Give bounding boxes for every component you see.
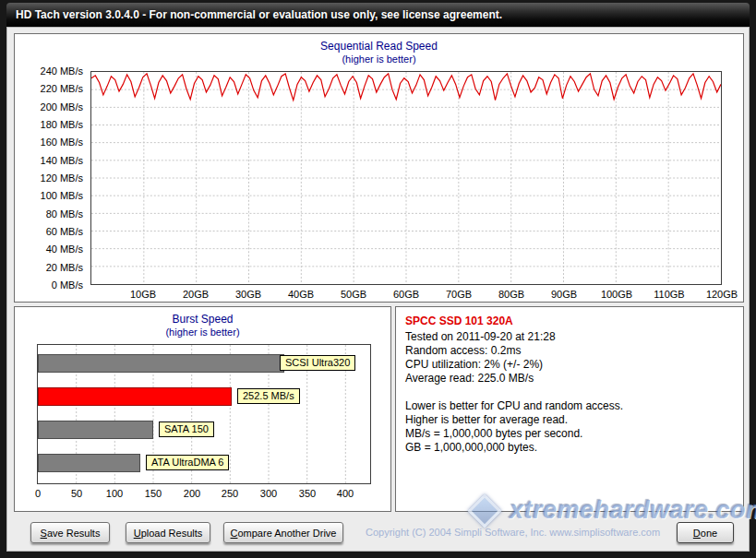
seq-x-axis-tick: 100GB bbox=[589, 289, 644, 300]
burst-bar bbox=[38, 454, 140, 472]
burst-bar bbox=[38, 421, 153, 439]
client-area: Sequential Read Speed (higher is better)… bbox=[6, 27, 750, 552]
sequential-read-panel: Sequential Read Speed (higher is better)… bbox=[14, 33, 744, 303]
burst-x-axis-tick: 100 bbox=[100, 488, 129, 499]
seq-y-axis-tick: 140 MB/s bbox=[15, 155, 83, 166]
sequential-chart-title: Sequential Read Speed bbox=[15, 40, 743, 53]
button-label: U bbox=[134, 528, 141, 539]
burst-bar-label: SCSI Ultra320 bbox=[280, 355, 355, 371]
info-line: CPU utilization: 2% (+/- 2%) bbox=[405, 358, 734, 372]
seq-x-axis-tick: 90GB bbox=[536, 289, 592, 300]
button-label: pload Results bbox=[141, 528, 203, 539]
window-title: HD Tach version 3.0.4.0 - For non-commer… bbox=[16, 8, 502, 21]
burst-chart-title: Burst Speed bbox=[15, 313, 390, 326]
seq-x-axis-tick: 80GB bbox=[484, 289, 539, 300]
burst-bar-label: 252.5 MB/s bbox=[237, 388, 300, 404]
seq-y-axis-tick: 220 MB/s bbox=[15, 83, 83, 94]
burst-x-axis-tick: 250 bbox=[215, 488, 245, 499]
seq-x-axis-tick: 20GB bbox=[168, 289, 223, 300]
burst-bar bbox=[38, 354, 284, 373]
seq-x-axis-tick: 120GB bbox=[694, 289, 750, 300]
info-line bbox=[405, 386, 734, 399]
info-line: Lower is better for CPU and random acces… bbox=[405, 399, 734, 413]
seq-x-axis-tick: 60GB bbox=[378, 289, 434, 300]
save-results-button[interactable]: Save Results bbox=[30, 522, 110, 543]
seq-y-axis-tick: 100 MB/s bbox=[15, 190, 83, 201]
burst-x-axis-tick: 400 bbox=[330, 488, 360, 499]
sequential-chart-subtitle: (higher is better) bbox=[15, 53, 743, 65]
button-label: one bbox=[701, 528, 717, 539]
drive-name: SPCC SSD 101 320A bbox=[405, 315, 734, 327]
burst-bar-label: ATA UltraDMA 6 bbox=[146, 455, 229, 470]
info-line: Average read: 225.0 MB/s bbox=[405, 372, 734, 386]
hd-tach-window: HD Tach version 3.0.4.0 - For non-commer… bbox=[0, 0, 756, 558]
info-line: MB/s = 1,000,000 bytes per second. bbox=[405, 427, 734, 441]
seq-y-axis-tick: 80 MB/s bbox=[15, 208, 83, 220]
drive-info-lines: Tested on 2011-09-20 at 21:28Random acce… bbox=[405, 330, 734, 455]
info-line: Higher is better for average read. bbox=[405, 413, 734, 427]
seq-x-axis-tick: 40GB bbox=[273, 289, 329, 300]
done-button[interactable]: Done bbox=[677, 522, 734, 543]
seq-y-axis-tick: 200 MB/s bbox=[15, 101, 83, 113]
drive-info-panel: SPCC SSD 101 320A Tested on 2011-09-20 a… bbox=[395, 306, 744, 512]
burst-x-axis-tick: 200 bbox=[177, 488, 207, 499]
info-line: Random access: 0.2ms bbox=[405, 344, 734, 358]
seq-y-axis-tick: 0 MB/s bbox=[15, 279, 83, 291]
seq-y-axis-tick: 20 MB/s bbox=[15, 262, 83, 273]
burst-chart-subtitle: (higher is better) bbox=[15, 326, 390, 338]
seq-x-axis-tick: 110GB bbox=[642, 289, 697, 300]
seq-y-axis-tick: 160 MB/s bbox=[15, 137, 83, 148]
burst-x-axis-tick: 300 bbox=[254, 488, 283, 499]
burst-x-axis-tick: 50 bbox=[62, 488, 91, 499]
copyright-text: Copyright (C) 2004 Simpli Software, Inc.… bbox=[366, 527, 660, 538]
seq-x-axis-tick: 30GB bbox=[221, 289, 276, 300]
seq-y-axis-tick: 180 MB/s bbox=[15, 119, 83, 130]
button-label: S bbox=[41, 528, 47, 539]
burst-x-axis-tick: 350 bbox=[293, 488, 322, 499]
seq-y-axis-tick: 40 MB/s bbox=[15, 243, 83, 255]
info-line: Tested on 2011-09-20 at 21:28 bbox=[405, 330, 734, 344]
button-label: ave Results bbox=[47, 528, 100, 539]
sequential-line-chart bbox=[90, 71, 722, 285]
burst-bar bbox=[38, 387, 232, 406]
burst-x-axis-tick: 150 bbox=[138, 488, 168, 499]
seq-x-axis-tick: 70GB bbox=[431, 289, 486, 300]
seq-x-axis-tick: 50GB bbox=[326, 289, 381, 300]
burst-x-axis-tick: 0 bbox=[23, 488, 53, 499]
seq-y-axis-tick: 240 MB/s bbox=[15, 65, 83, 77]
seq-x-axis-tick: 10GB bbox=[115, 289, 171, 300]
seq-y-axis-tick: 60 MB/s bbox=[15, 226, 83, 237]
burst-speed-panel: Burst Speed (higher is better) SCSI Ultr… bbox=[14, 306, 391, 512]
seq-y-axis-tick: 120 MB/s bbox=[15, 172, 83, 184]
info-line: GB = 1,000,000,000 bytes. bbox=[405, 441, 734, 455]
titlebar[interactable]: HD Tach version 3.0.4.0 - For non-commer… bbox=[6, 3, 750, 27]
burst-bar-chart: SCSI Ultra320252.5 MB/sSATA 150ATA Ultra… bbox=[37, 344, 371, 484]
upload-results-button[interactable]: Upload Results bbox=[126, 522, 210, 543]
button-label: D bbox=[693, 528, 701, 539]
compare-another-drive-button[interactable]: Compare Another Drive bbox=[223, 522, 343, 543]
button-label: ompare Another Drive bbox=[237, 528, 336, 539]
burst-bar-label: SATA 150 bbox=[159, 421, 214, 437]
